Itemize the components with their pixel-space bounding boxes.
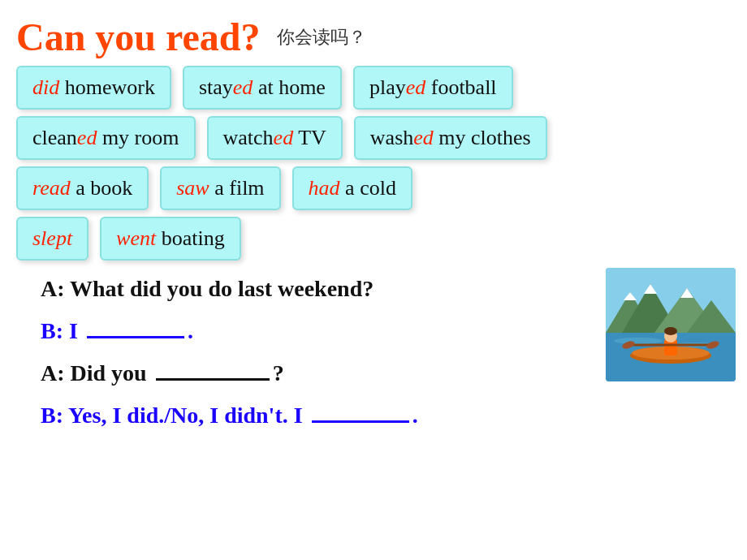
- phrase-slept: slept: [16, 217, 89, 261]
- phrase-row-3: read a book saw a film had a cold: [16, 166, 731, 210]
- conv-a2-prefix: A: Did you: [41, 360, 153, 386]
- svg-point-9: [614, 338, 663, 344]
- main-title: Can you read?: [16, 15, 261, 59]
- conv-a1-prefix: A:: [41, 276, 70, 301]
- phrase-went-boating: went boating: [100, 217, 241, 261]
- phrase-washed-clothes: washed my clothes: [354, 116, 547, 160]
- conv-b2-suffix: .: [412, 403, 418, 428]
- phrase-row-4: slept went boating: [16, 217, 731, 261]
- kayak-image: [606, 268, 736, 381]
- conv-b2-prefix: B:: [41, 403, 68, 428]
- conv-b1-prefix: B: I: [41, 318, 84, 343]
- phrase-did-homework: did homework: [16, 66, 171, 110]
- phrase-stayed-at-home: stayed at home: [183, 66, 342, 110]
- phrase-cleaned-my-room: cleaned my room: [16, 116, 196, 160]
- conv-a2-suffix: ?: [273, 360, 284, 386]
- phrase-row-2: cleaned my room watched TV washed my clo…: [16, 116, 731, 160]
- svg-point-15: [664, 327, 677, 335]
- conv-b1-blank: [87, 336, 184, 338]
- phrase-grid: did homework stayed at home played footb…: [0, 66, 747, 261]
- conv-line-4: B: Yes, I did./No, I didn't. I .: [41, 398, 706, 433]
- conv-b2-text: Yes, I did./No, I didn't. I: [68, 403, 309, 428]
- phrase-read-a-book: read a book: [16, 166, 149, 210]
- conv-b1-suffix: .: [188, 318, 193, 343]
- conv-b2-blank: [312, 420, 409, 423]
- phrase-played-football: played football: [353, 66, 513, 110]
- phrase-watched-tv: watched TV: [207, 116, 343, 160]
- phrase-had-a-cold: had a cold: [292, 166, 412, 210]
- conv-a2-blank: [156, 378, 270, 381]
- phrase-row-1: did homework stayed at home played footb…: [16, 66, 731, 110]
- phrase-saw-a-film: saw a film: [160, 166, 280, 210]
- conv-a1-text: What did you do last weekend?: [70, 276, 374, 301]
- title-area: Can you read? 你会读吗？: [0, 0, 747, 66]
- chinese-subtitle: 你会读吗？: [277, 25, 366, 50]
